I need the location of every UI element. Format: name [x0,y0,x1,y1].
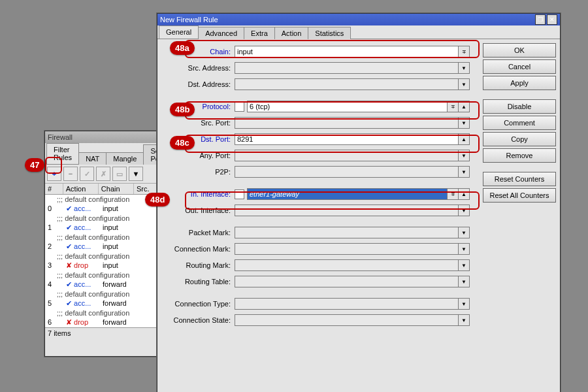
cancel-button[interactable]: Cancel [483,59,556,74]
input-proto[interactable]: 6 (tcp) [247,101,448,112]
srcport-expand-icon[interactable]: ▼ [458,117,470,129]
label-connmark: Connection Mark: [161,245,235,253]
comment-button[interactable]: Comment [483,116,556,130]
copy-button[interactable]: Copy [483,132,556,146]
tab-nat[interactable]: NAT [78,152,106,165]
cell-action: ✔ acc... [63,280,100,289]
close-icon[interactable]: ✕ [547,14,557,25]
table-row[interactable]: 2✔ acc...input [45,242,169,252]
label-pktmark: Packet Mark: [161,229,235,237]
remove-button[interactable]: − [63,167,78,181]
chain-dropdown-icon[interactable]: ∓ [458,46,470,57]
tab-advanced[interactable]: Advanced [198,27,244,39]
ok-button[interactable]: OK [483,43,556,57]
tab-mangle[interactable]: Mangle [106,152,144,165]
input-connstate[interactable] [235,314,459,326]
row-outiface: Out. Interface: ▼ [161,203,470,218]
input-srcaddr[interactable] [235,62,459,74]
table-row[interactable]: 5✔ acc...forward [45,299,169,308]
callout-48d: 48d [145,193,170,206]
table-row[interactable]: 4✔ acc...forward [45,280,169,289]
input-dstport[interactable]: 8291 [235,133,459,145]
iniface-invert-checkbox[interactable] [235,189,244,199]
proto-collapse-icon[interactable]: ▲ [458,101,470,112]
table-row[interactable]: 6✘ dropforward [45,318,169,327]
disable-button[interactable]: ✗ [96,167,110,181]
col-action[interactable]: Action [63,184,99,194]
input-routemark[interactable] [235,259,459,271]
firewall-window: Firewall Filter Rules NAT Mangle Service… [44,131,170,357]
input-connmark[interactable] [235,243,459,255]
remove-button[interactable]: Remove [483,148,556,163]
p2p-expand-icon[interactable]: ▼ [458,166,470,178]
table-row[interactable]: 1✔ acc...input [45,223,169,233]
dialog-titlebar[interactable]: New Firewall Rule ❐ ✕ [157,14,560,25]
cell-number: 6 [45,318,63,327]
row-connmark: Connection Mark: ▼ [161,242,470,256]
proto-dropdown-icon[interactable]: ∓ [447,101,459,112]
routetable-expand-icon[interactable]: ▼ [458,276,470,287]
label-conntype: Connection Type: [161,300,235,308]
conntype-expand-icon[interactable]: ▼ [458,298,470,310]
row-iniface: In. Interface: ether1-gateway∓▲ [161,187,470,201]
pktmark-expand-icon[interactable]: ▼ [458,227,470,238]
reset-counters-button[interactable]: Reset Counters [483,172,556,186]
firewall-footer: 7 items [45,327,169,338]
anyport-expand-icon[interactable]: ▼ [458,150,470,161]
dstaddr-expand-icon[interactable]: ▼ [458,78,470,90]
input-routetable[interactable] [235,276,459,287]
tab-statistics[interactable]: Statistics [308,27,351,39]
restore-icon[interactable]: ❐ [535,14,546,25]
table-row[interactable]: 3✘ dropinput [45,261,169,270]
routemark-expand-icon[interactable]: ▼ [458,259,470,271]
firewall-titlebar[interactable]: Firewall [45,131,169,143]
row-connstate: Connection State: ▼ [161,313,470,327]
row-pktmark: Packet Mark: ▼ [161,225,470,240]
dstport-collapse-icon[interactable]: ▲ [458,133,470,145]
input-outiface[interactable] [235,204,459,216]
disable-button[interactable]: Disable [483,99,556,114]
add-button[interactable]: + [47,167,61,181]
outiface-expand-icon[interactable]: ▼ [458,204,470,216]
comment-button[interactable]: ▭ [112,167,127,181]
rule-comment: ;;; default configuration [45,270,169,280]
cell-action: ✘ drop [63,318,100,327]
label-connstate: Connection State: [161,316,235,324]
cell-number: 0 [45,204,63,213]
cell-number: 5 [45,299,63,308]
input-anyport[interactable] [235,150,459,161]
dialog-side-buttons: OK Cancel Apply Disable Comment Copy Rem… [479,39,560,335]
input-chain[interactable]: input [235,46,459,57]
cell-action: ✔ acc... [63,204,100,213]
rule-rows: ;;; default configuration0✔ acc...input;… [45,195,169,327]
input-iniface[interactable]: ether1-gateway [247,188,448,200]
tab-filter-rules[interactable]: Filter Rules [46,143,79,164]
tab-action[interactable]: Action [274,27,309,39]
rule-comment: ;;; default configuration [45,289,169,299]
callout-48b: 48b [170,103,195,116]
connstate-expand-icon[interactable]: ▼ [458,314,470,326]
enable-button[interactable]: ✓ [80,167,94,181]
cell-action: ✔ acc... [63,242,100,251]
filter-button[interactable]: ▼ [129,167,143,181]
input-conntype[interactable] [235,298,459,310]
tab-extra[interactable]: Extra [244,27,275,39]
proto-invert-checkbox[interactable] [235,102,244,112]
reset-all-counters-button[interactable]: Reset All Counters [483,188,556,203]
label-dstaddr: Dst. Address: [161,80,235,88]
tab-general[interactable]: General [159,25,199,39]
cell-action: ✔ acc... [63,223,100,232]
firewall-title: Firewall [48,131,73,143]
srcaddr-expand-icon[interactable]: ▼ [458,62,470,74]
iniface-collapse-icon[interactable]: ▲ [458,188,470,200]
input-dstaddr[interactable] [235,78,459,90]
input-srcport[interactable] [235,117,459,129]
col-chain[interactable]: Chain [99,184,134,194]
apply-button[interactable]: Apply [483,76,556,90]
iniface-dropdown-icon[interactable]: ∓ [447,188,459,200]
col-number[interactable]: # [45,184,63,194]
cell-chain: input [100,242,137,251]
input-p2p[interactable] [235,166,459,178]
input-pktmark[interactable] [235,227,459,238]
connmark-expand-icon[interactable]: ▼ [458,243,470,255]
